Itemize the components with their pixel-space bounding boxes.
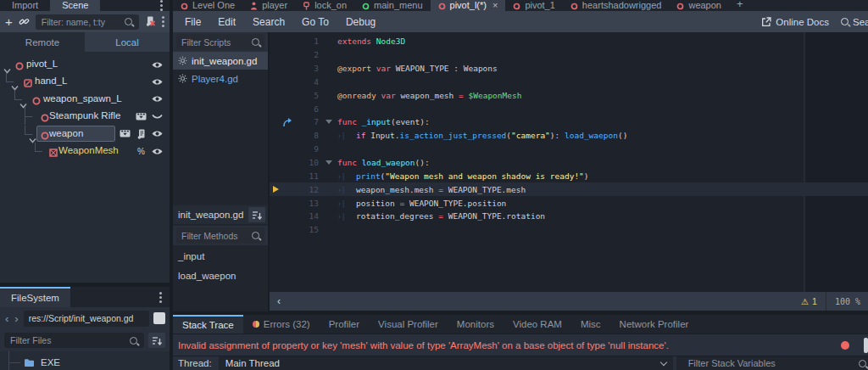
- tree-node-weapon[interactable]: weapon: [0, 126, 170, 143]
- code-line-13[interactable]: 13›|position = WEAPON_TYPE.position: [270, 196, 868, 210]
- filter-files-input[interactable]: [4, 333, 144, 348]
- new-scene-tab-button[interactable]: +: [729, 0, 751, 11]
- current-script-header: init_weapon.gd: [173, 205, 268, 224]
- scene-tab-pivot-l[interactable]: pivot_l(*)×: [431, 0, 506, 11]
- search-help-button[interactable]: Search Help: [841, 17, 868, 27]
- debugger-tab-video-ram[interactable]: Video RAM: [504, 315, 571, 334]
- debugger-tab-profiler[interactable]: Profiler: [320, 315, 369, 334]
- scene-tree-menu-icon[interactable]: [162, 20, 164, 23]
- instanced-scene-icon[interactable]: [119, 129, 131, 139]
- menu-search[interactable]: Search: [244, 16, 293, 28]
- visibility-eye-icon[interactable]: [151, 94, 164, 104]
- scene-tab-label: main_menu: [374, 0, 422, 10]
- scene-tab-pivot-1[interactable]: pivot_1: [505, 0, 562, 11]
- scene-tab-weapon[interactable]: weapon: [669, 0, 729, 11]
- thread-select[interactable]: Main Thread: [219, 356, 673, 370]
- instantiate-scene-icon[interactable]: [19, 16, 30, 27]
- method-item-load-waepon[interactable]: load_waepon: [173, 267, 268, 284]
- script-item-player4-gd[interactable]: Player4.gd: [173, 70, 268, 87]
- menu-go-to[interactable]: Go To: [293, 16, 337, 28]
- fold-gutter[interactable]: [326, 160, 337, 165]
- debugger-tab-stack-trace[interactable]: Stack Trace: [173, 315, 243, 334]
- visibility-eye-icon[interactable]: [151, 59, 164, 70]
- tab-filesystem[interactable]: FileSystem: [0, 287, 70, 307]
- code-line-10[interactable]: 10func load_waepon():: [270, 156, 868, 170]
- method-sort-button[interactable]: [248, 207, 265, 222]
- tree-node-weaponmesh[interactable]: WeaponMesh%: [0, 143, 170, 160]
- method-item-input[interactable]: _input: [173, 248, 268, 265]
- warning-count-badge[interactable]: ⚠ 1: [801, 296, 817, 306]
- scene-filter-input[interactable]: [36, 14, 139, 30]
- tab-scene[interactable]: Scene: [50, 0, 100, 11]
- code-line-1[interactable]: 1extends Node3D: [270, 35, 868, 48]
- debugger-tab-strip: Stack TraceErrors (32)ProfilerVisual Pro…: [173, 315, 868, 334]
- debugger-tab-visual-profiler[interactable]: Visual Profiler: [369, 315, 448, 334]
- scene-tab-lock-on[interactable]: lock_on: [295, 0, 354, 11]
- tree-node-hand-l[interactable]: hand_L: [0, 73, 170, 90]
- script-icon[interactable]: [135, 129, 147, 139]
- dock-menu-icon[interactable]: [160, 4, 163, 7]
- code-line-6[interactable]: 6: [270, 102, 868, 115]
- scene-tab-level-one[interactable]: Level One: [173, 0, 242, 11]
- code-area[interactable]: 1extends Node3D23@export var WEAPON_TYPE…: [270, 32, 868, 292]
- debugger-tab-monitors[interactable]: Monitors: [448, 315, 504, 334]
- tab-import[interactable]: Import: [0, 0, 50, 11]
- error-row[interactable]: Invalid assignment of property or key 'm…: [173, 334, 868, 356]
- scene-tab-label: heartshadowrigged: [582, 0, 662, 10]
- menu-edit[interactable]: Edit: [209, 16, 244, 28]
- tab-local[interactable]: Local: [85, 32, 170, 52]
- code-line-9[interactable]: 9: [270, 143, 868, 156]
- menu-debug[interactable]: Debug: [337, 16, 384, 28]
- tree-node-weapon-spawn-l[interactable]: weapon_spawn_L: [0, 91, 170, 108]
- code-line-11[interactable]: 11›|print("Weapon mesh and weapon shadow…: [270, 169, 868, 182]
- line-number: 6: [295, 104, 326, 114]
- zoom-level[interactable]: 100 %: [835, 297, 860, 306]
- current-path-field[interactable]: [24, 311, 149, 327]
- history-forward-icon[interactable]: ›: [14, 313, 19, 324]
- code-line-5[interactable]: 5@onready var weapon_mesh = $WeaponMesh: [270, 88, 868, 102]
- scene-tab-heartshadowrigged[interactable]: heartshadowrigged: [563, 0, 670, 11]
- file-sort-button[interactable]: [148, 333, 165, 348]
- visibility-eye-icon[interactable]: [151, 146, 164, 156]
- code-line-12[interactable]: 12›|weapon_mesh.mesh = WEAPON_TYPE.mesh: [270, 182, 868, 196]
- add-node-button[interactable]: +: [5, 15, 13, 28]
- scene-tab-player[interactable]: player: [242, 0, 295, 11]
- debugger-tab-network-profiler[interactable]: Network Profiler: [610, 315, 698, 334]
- instanced-scene-icon[interactable]: [135, 111, 147, 121]
- debugger-panel: Stack TraceErrors (32)ProfilerVisual Pro…: [173, 315, 868, 370]
- filesystem-menu-icon[interactable]: [159, 296, 162, 299]
- search-icon: [252, 38, 259, 46]
- toggle-split-mode-button[interactable]: [153, 312, 165, 324]
- code-line-7[interactable]: 7func _input(event):: [270, 115, 868, 129]
- unique-name-icon[interactable]: %: [135, 146, 147, 156]
- code-line-15[interactable]: 15: [270, 223, 868, 237]
- token: weapon_mesh.mesh: [356, 185, 438, 194]
- scene-tab-main-menu[interactable]: main_menu: [354, 0, 430, 11]
- line-number: 7: [295, 117, 326, 126]
- online-docs-button[interactable]: Online Docs: [761, 17, 829, 27]
- visibility-eye-closed-icon[interactable]: [151, 111, 164, 121]
- panel-edge-handle[interactable]: [864, 338, 868, 353]
- code-line-4[interactable]: 4: [270, 76, 868, 89]
- script-item-init-weapon-gd[interactable]: init_weapon.gd: [173, 52, 268, 70]
- detach-script-icon[interactable]: [145, 16, 156, 27]
- filter-stack-variables-input[interactable]: [676, 356, 868, 370]
- code-line-8[interactable]: 8›|if Input.is_action_just_pressed("came…: [270, 129, 868, 143]
- code-line-3[interactable]: 3@export var WEAPON_TYPE : Weapons: [270, 62, 868, 76]
- hscroll-left-icon[interactable]: ‹: [277, 295, 281, 307]
- fold-gutter[interactable]: [326, 120, 337, 124]
- tree-node-steampunk-rifle[interactable]: Steampunk Rifle: [0, 108, 170, 125]
- filesystem-folder-exe[interactable]: EXE: [0, 355, 170, 370]
- visibility-eye-icon[interactable]: [151, 129, 164, 139]
- close-tab-icon[interactable]: ×: [492, 0, 498, 10]
- debugger-tab-misc[interactable]: Misc: [571, 315, 610, 334]
- breakpoint-gutter[interactable]: [270, 186, 281, 193]
- debugger-tab-errors-32[interactable]: Errors (32): [243, 315, 320, 334]
- history-back-icon[interactable]: ‹: [4, 313, 9, 324]
- code-line-2[interactable]: 2: [270, 48, 868, 62]
- visibility-eye-icon[interactable]: [151, 76, 164, 87]
- code-line-14[interactable]: 14›|rotation_degrees = WEAPON_TYPE.rotat…: [270, 210, 868, 223]
- menu-file[interactable]: File: [176, 16, 209, 28]
- tab-remote[interactable]: Remote: [0, 32, 85, 52]
- tree-node-pivot-l[interactable]: pivot_L: [0, 56, 170, 73]
